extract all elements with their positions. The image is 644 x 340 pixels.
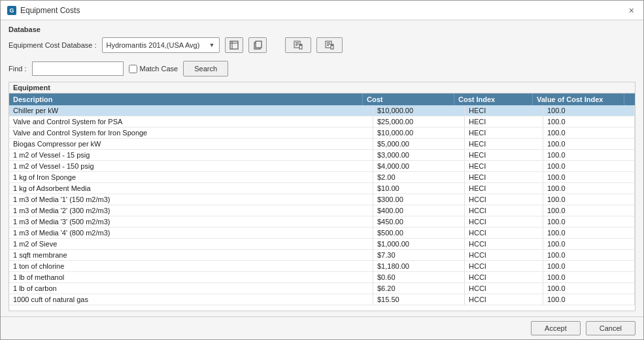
app-icon: G (7, 6, 16, 15)
cell-value: 100.0 (543, 172, 635, 182)
cell-cost-index: HCCI (465, 205, 543, 216)
cell-description: 1 m3 of Media '2' (300 m2/m3) (9, 205, 373, 216)
import-button[interactable] (285, 37, 311, 53)
copy-db-button[interactable] (248, 37, 267, 53)
table-row[interactable]: Chiller per kW $10,000.00 HECI 100.0 (9, 105, 635, 116)
cancel-button[interactable]: Cancel (586, 321, 636, 335)
cell-cost-index: HCCI (465, 228, 543, 238)
cell-cost-index: HECI (465, 116, 543, 127)
cell-cost: $0.60 (373, 272, 465, 282)
cell-cost: $500.00 (373, 228, 465, 238)
cell-cost-index: HECI (465, 150, 543, 160)
database-section: Database Equipment Cost Database : Hydro… (8, 26, 636, 56)
table-row[interactable]: 1 m3 of Media '3' (500 m2/m3) $450.00 HC… (9, 216, 635, 228)
table-row[interactable]: 1 kg of Adsorbent Media $10.00 HECI 100.… (9, 183, 635, 194)
match-case-checkbox-label[interactable]: Match Case (129, 65, 178, 73)
db-selected-value: Hydromantis 2014,(USA Avg) (107, 41, 200, 49)
find-input[interactable] (32, 61, 124, 76)
db-field-label: Equipment Cost Database : (8, 41, 97, 49)
table-row[interactable]: 1 m3 of Media '4' (800 m2/m3) $500.00 HC… (9, 228, 635, 239)
cell-description: 1000 cuft of natural gas (9, 294, 373, 305)
accept-button[interactable]: Accept (531, 321, 581, 335)
db-dropdown[interactable]: Hydromantis 2014,(USA Avg) ▼ (102, 37, 220, 53)
svg-rect-4 (256, 41, 262, 48)
table-row[interactable]: Valve and Control System for Iron Sponge… (9, 128, 635, 139)
table-row[interactable]: 1 m2 of Sieve $1,000.00 HCCI 100.0 (9, 239, 635, 250)
cell-description: 1 m3 of Media '4' (800 m2/m3) (9, 228, 373, 238)
table-row[interactable]: 1 m3 of Media '1' (150 m2/m3) $300.00 HC… (9, 194, 635, 205)
table-row[interactable]: 1 m3 of Media '2' (300 m2/m3) $400.00 HC… (9, 205, 635, 216)
cell-cost-index: HCCI (465, 283, 543, 294)
match-case-label: Match Case (140, 65, 178, 73)
table-row[interactable]: Valve and Control System for PSA $25,000… (9, 116, 635, 128)
cell-description: 1 m2 of Vessel - 15 psig (9, 150, 373, 160)
cell-value: 100.0 (543, 272, 635, 282)
match-case-checkbox[interactable] (129, 65, 137, 73)
cell-cost: $450.00 (373, 216, 465, 227)
table-row[interactable]: 1000 cuft of natural gas $15.50 HCCI 100… (9, 294, 635, 305)
cell-description: 1 lb of methanol (9, 272, 373, 282)
cell-cost: $4,000.00 (373, 161, 465, 171)
cell-cost-index: HCCI (465, 239, 543, 249)
cell-cost: $10,000.00 (373, 105, 465, 116)
chevron-down-icon: ▼ (209, 42, 215, 48)
cell-cost-index: HECI (465, 183, 543, 194)
find-field-label: Find : (8, 65, 27, 73)
table-body[interactable]: Chiller per kW $10,000.00 HECI 100.0 Val… (9, 105, 635, 311)
equipment-table-section: Equipment Description Cost Cost Index Va… (8, 82, 636, 311)
cell-description: Valve and Control System for Iron Sponge (9, 128, 373, 138)
cell-description: 1 m2 of Sieve (9, 239, 373, 249)
export-button[interactable] (316, 37, 343, 53)
table-row[interactable]: 1 lb of carbon $6.20 HCCI 100.0 (9, 283, 635, 294)
database-section-label: Database (8, 26, 636, 33)
cell-cost: $7.30 (373, 250, 465, 260)
table-row[interactable]: 1 m2 of Vessel - 150 psig $4,000.00 HECI… (9, 161, 635, 172)
cell-description: Biogas Compressor per kW (9, 139, 373, 149)
cell-value: 100.0 (543, 105, 635, 116)
cell-value: 100.0 (543, 294, 635, 305)
col-description: Description (9, 94, 363, 105)
dialog-footer: Accept Cancel (1, 316, 643, 339)
svg-rect-13 (327, 44, 330, 44)
cell-description: 1 m3 of Media '3' (500 m2/m3) (9, 216, 373, 227)
cell-value: 100.0 (543, 261, 635, 271)
table-row[interactable]: 1 sqft membrane $7.30 HCCI 100.0 (9, 250, 635, 261)
cell-cost-index: HECI (465, 139, 543, 149)
cell-value: 100.0 (543, 283, 635, 294)
cell-description: 1 kg of Adsorbent Media (9, 183, 373, 194)
scrollbar-spacer (624, 94, 635, 105)
table-row[interactable]: 1 ton of chlorine $1,180.00 HCCI 100.0 (9, 261, 635, 272)
cell-value: 100.0 (543, 128, 635, 138)
cell-cost-index: HCCI (465, 294, 543, 305)
cell-value: 100.0 (543, 161, 635, 171)
cell-cost-index: HCCI (465, 272, 543, 282)
table-row[interactable]: Biogas Compressor per kW $5,000.00 HECI … (9, 139, 635, 150)
close-button[interactable]: × (626, 6, 637, 15)
dialog-title: Equipment Costs (20, 6, 80, 15)
equipment-costs-dialog: G Equipment Costs × Database Equipment C… (0, 0, 644, 340)
cell-value: 100.0 (543, 205, 635, 216)
edit-db-button[interactable] (225, 37, 243, 53)
title-bar-left: G Equipment Costs (7, 6, 80, 15)
cell-description: Chiller per kW (9, 105, 373, 116)
cell-value: 100.0 (543, 239, 635, 249)
cell-cost: $300.00 (373, 194, 465, 205)
svg-rect-7 (296, 44, 299, 44)
cell-value: 100.0 (543, 116, 635, 127)
svg-rect-0 (230, 41, 238, 49)
equipment-section-label: Equipment (9, 82, 635, 94)
cell-description: 1 m3 of Media '1' (150 m2/m3) (9, 194, 373, 205)
table-header: Description Cost Cost Index Value of Cos… (9, 94, 635, 105)
table-row[interactable]: 1 lb of methanol $0.60 HCCI 100.0 (9, 272, 635, 283)
cell-description: 1 kg of Iron Sponge (9, 172, 373, 182)
cell-cost: $10.00 (373, 183, 465, 194)
cell-value: 100.0 (543, 139, 635, 149)
table-row[interactable]: 1 kg of Iron Sponge $2.00 HECI 100.0 (9, 172, 635, 183)
cell-cost-index: HCCI (465, 261, 543, 271)
cell-cost-index: HCCI (465, 216, 543, 227)
col-value-of-cost-index: Value of Cost Index (533, 94, 624, 105)
cell-cost: $15.50 (373, 294, 465, 305)
table-row[interactable]: 1 m2 of Vessel - 15 psig $3,000.00 HECI … (9, 150, 635, 161)
svg-rect-12 (327, 42, 330, 43)
search-button[interactable]: Search (183, 61, 228, 76)
